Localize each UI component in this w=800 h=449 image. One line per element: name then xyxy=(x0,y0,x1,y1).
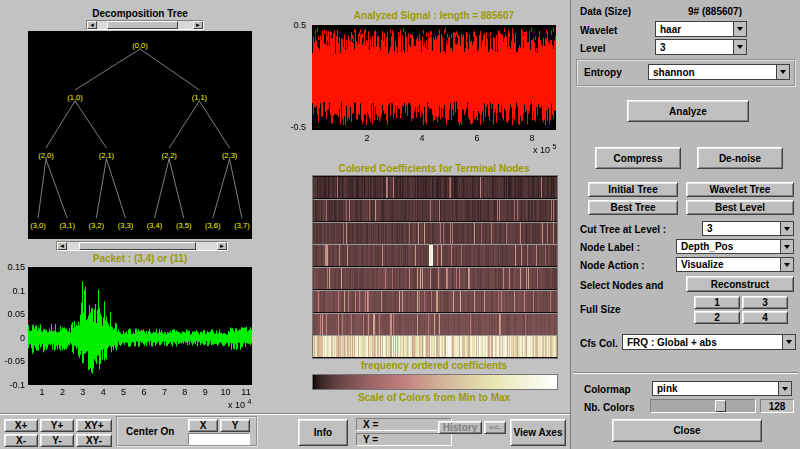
scroll-left-icon[interactable]: ◄ xyxy=(57,242,67,250)
full-size-2-button[interactable]: 2 xyxy=(694,311,740,324)
dropdown-arrow-icon xyxy=(733,22,746,36)
scrollbar-thumb[interactable] xyxy=(107,21,178,29)
reconstruct-button[interactable]: Reconstruct xyxy=(686,276,794,292)
tree-edge xyxy=(230,159,242,218)
dropdown-arrow-icon xyxy=(782,335,795,349)
center-x-button[interactable]: X xyxy=(188,419,218,432)
x-tick-label: 1 xyxy=(32,387,52,397)
tree-node[interactable]: (3,0) xyxy=(30,221,46,230)
scroll-right-icon[interactable]: ► xyxy=(193,21,203,29)
best-level-button[interactable]: Best Level xyxy=(686,200,794,215)
level-select[interactable]: 3 xyxy=(655,39,747,55)
tree-node[interactable]: (3,5) xyxy=(176,221,192,230)
x-tick-label: 6 xyxy=(134,387,154,397)
tree-edge xyxy=(106,159,125,218)
x-tick-label: 2 xyxy=(52,387,72,397)
y-tick-label: -0.1 xyxy=(0,380,25,390)
scroll-right-icon[interactable]: ► xyxy=(217,242,227,250)
nb-colors-slider[interactable] xyxy=(650,399,756,413)
cfs-col-select[interactable]: FRQ : Global + abs xyxy=(622,334,796,350)
colormap-select[interactable]: pink xyxy=(652,381,792,396)
history-button[interactable]: History xyxy=(438,421,482,434)
analyzed-signal-title: Analyzed Signal : length = 885607 xyxy=(312,10,556,21)
slider-thumb[interactable] xyxy=(715,400,726,412)
tree-node[interactable]: (2,1) xyxy=(99,151,115,160)
x-axis-exponent: x 10 5 xyxy=(533,142,556,155)
tree-edge xyxy=(155,159,170,218)
tree-node[interactable]: (3,1) xyxy=(59,221,75,230)
y-tick-label: 0.05 xyxy=(0,309,25,319)
y-tick-label: -0.05 xyxy=(0,356,25,366)
tree-node[interactable]: (2,2) xyxy=(161,151,177,160)
cut-tree-select[interactable]: 3 xyxy=(702,221,794,236)
wavelet-tree-button[interactable]: Wavelet Tree xyxy=(686,182,794,197)
y-tick-label: -0.5 xyxy=(276,122,306,132)
decomposition-tree[interactable]: (0,0)(1,0)(1,1)(2,0)(2,1)(2,2)(2,3)(3,0)… xyxy=(28,31,252,239)
center-on-input[interactable] xyxy=(188,433,250,445)
tree-node[interactable]: (3,3) xyxy=(118,221,134,230)
full-size-3-button[interactable]: 3 xyxy=(742,296,788,309)
scroll-left-icon[interactable]: ◄ xyxy=(87,21,97,29)
node-action-select[interactable]: Visualize xyxy=(676,257,794,272)
zoom-xy-minus-button[interactable]: XY- xyxy=(76,434,112,447)
cut-tree-value: 3 xyxy=(707,223,713,234)
tree-node[interactable]: (3,4) xyxy=(147,221,163,230)
full-size-4-button[interactable]: 4 xyxy=(742,311,788,324)
scrollbar-track[interactable] xyxy=(67,242,217,250)
separator xyxy=(574,372,798,374)
best-tree-button[interactable]: Best Tree xyxy=(588,200,678,215)
y-tick-label: 0.1 xyxy=(0,286,25,296)
zoom-x-minus-button[interactable]: X- xyxy=(4,434,38,447)
dropdown-arrow-icon xyxy=(778,382,791,395)
scrollbar-thumb[interactable] xyxy=(79,242,196,250)
tree-edge xyxy=(46,101,75,148)
analyze-button[interactable]: Analyze xyxy=(627,100,749,122)
wavelet-select[interactable]: haar xyxy=(655,21,747,37)
info-button[interactable]: Info xyxy=(298,419,348,446)
history-back-button[interactable]: <<- xyxy=(484,421,506,434)
entropy-select[interactable]: shannon xyxy=(648,64,790,80)
tree-node[interactable]: (1,0) xyxy=(67,93,83,102)
scrollbar-track[interactable] xyxy=(97,21,193,29)
center-y-button[interactable]: Y xyxy=(220,419,250,432)
close-button[interactable]: Close xyxy=(612,419,762,442)
entropy-label: Entropy xyxy=(584,67,622,78)
center-on-label: Center On xyxy=(126,426,174,437)
zoom-xy-plus-button[interactable]: XY+ xyxy=(76,419,112,432)
view-axes-button[interactable]: View Axes xyxy=(510,419,566,446)
zoom-x-plus-button[interactable]: X+ xyxy=(4,419,38,432)
nb-colors-value[interactable]: 128 xyxy=(760,399,794,413)
full-size-1-button[interactable]: 1 xyxy=(694,296,740,309)
dropdown-arrow-icon xyxy=(780,258,793,271)
y-tick-label: 0.15 xyxy=(0,262,25,272)
initial-tree-button[interactable]: Initial Tree xyxy=(588,182,678,197)
tree-plot-area: (0,0)(1,0)(1,1)(2,0)(2,1)(2,2)(2,3)(3,0)… xyxy=(28,31,252,239)
tree-node[interactable]: (1,1) xyxy=(192,93,208,102)
tree-scrollbar-top[interactable]: ◄ ► xyxy=(86,20,204,30)
node-action-label: Node Action : xyxy=(580,260,645,271)
data-size-label: Data (Size) xyxy=(580,6,631,17)
compress-button[interactable]: Compress xyxy=(595,147,681,169)
tree-node[interactable]: (3,2) xyxy=(89,221,105,230)
x-tick-label: 8 xyxy=(175,387,195,397)
select-nodes-label: Select Nodes and xyxy=(580,280,663,291)
tree-scrollbar-bottom[interactable]: ◄ ► xyxy=(56,241,228,251)
tree-node[interactable]: (0,0) xyxy=(132,41,148,50)
node-label-select[interactable]: Depth_Pos xyxy=(676,239,794,254)
tree-node[interactable]: (2,0) xyxy=(38,151,54,160)
zoom-y-plus-button[interactable]: Y+ xyxy=(40,419,74,432)
wavelet-value: haar xyxy=(660,24,681,35)
data-size-value: 9# (885607) xyxy=(640,6,790,17)
wavelet-packet-1d-window: Decomposition Tree ◄ ► (0,0)(1,0)(1,1)(2… xyxy=(0,0,800,449)
x-tick-label: 3 xyxy=(73,387,93,397)
x-axis-exponent: x 10 4 xyxy=(228,397,251,410)
colorbar-caption: Scale of Colors from Min to Max xyxy=(312,392,556,403)
tree-node[interactable]: (2,3) xyxy=(222,151,238,160)
tree-node[interactable]: (3,7) xyxy=(234,221,250,230)
zoom-y-minus-button[interactable]: Y- xyxy=(40,434,74,447)
denoise-button[interactable]: De-noise xyxy=(697,147,783,169)
tree-edge xyxy=(199,101,229,148)
tree-edge xyxy=(140,49,199,90)
tree-node[interactable]: (3,6) xyxy=(205,221,221,230)
x-tick-label: 2 xyxy=(355,133,379,143)
